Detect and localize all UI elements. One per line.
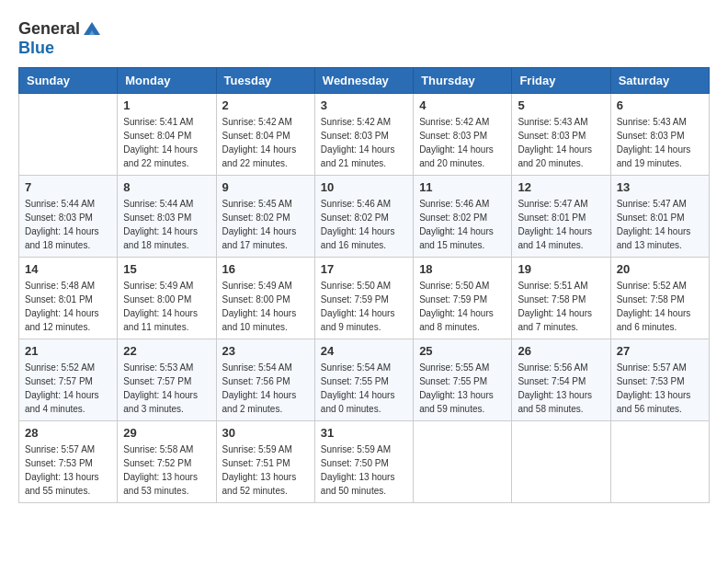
calendar-cell: 19Sunrise: 5:51 AMSunset: 7:58 PMDayligh… [512, 258, 610, 339]
logo-general-text: General [18, 19, 80, 39]
calendar-cell: 17Sunrise: 5:50 AMSunset: 7:59 PMDayligh… [314, 258, 413, 339]
calendar-day-header: Thursday [414, 68, 512, 94]
day-info: Sunrise: 5:44 AMSunset: 8:03 PMDaylight:… [123, 197, 210, 252]
calendar-week-row: 1Sunrise: 5:41 AMSunset: 8:04 PMDaylight… [19, 94, 710, 176]
day-info: Sunrise: 5:46 AMSunset: 8:02 PMDaylight:… [321, 197, 407, 252]
calendar-day-header: Friday [512, 68, 610, 94]
day-info: Sunrise: 5:47 AMSunset: 8:01 PMDaylight:… [617, 197, 703, 252]
logo-blue-text: Blue [18, 39, 54, 58]
calendar-cell: 6Sunrise: 5:43 AMSunset: 8:03 PMDaylight… [610, 94, 709, 176]
day-number: 25 [419, 344, 506, 358]
calendar-day-header: Sunday [19, 68, 118, 94]
calendar-cell: 10Sunrise: 5:46 AMSunset: 8:02 PMDayligh… [314, 176, 413, 258]
day-number: 10 [321, 180, 407, 194]
day-info: Sunrise: 5:52 AMSunset: 7:58 PMDaylight:… [617, 279, 703, 334]
calendar-cell: 18Sunrise: 5:50 AMSunset: 7:59 PMDayligh… [414, 258, 512, 339]
calendar-cell: 21Sunrise: 5:52 AMSunset: 7:57 PMDayligh… [19, 339, 118, 421]
day-number: 3 [321, 98, 407, 112]
day-info: Sunrise: 5:54 AMSunset: 7:55 PMDaylight:… [321, 361, 407, 416]
calendar-cell [19, 94, 118, 176]
day-number: 11 [419, 180, 506, 194]
calendar-cell: 12Sunrise: 5:47 AMSunset: 8:01 PMDayligh… [512, 176, 610, 258]
calendar-cell: 23Sunrise: 5:54 AMSunset: 7:56 PMDayligh… [216, 339, 314, 421]
day-info: Sunrise: 5:59 AMSunset: 7:51 PMDaylight:… [222, 442, 309, 498]
calendar-cell: 25Sunrise: 5:55 AMSunset: 7:55 PMDayligh… [414, 339, 512, 421]
calendar-week-row: 7Sunrise: 5:44 AMSunset: 8:03 PMDaylight… [19, 176, 710, 258]
day-info: Sunrise: 5:50 AMSunset: 7:59 PMDaylight:… [321, 279, 407, 334]
calendar-cell: 26Sunrise: 5:56 AMSunset: 7:54 PMDayligh… [512, 339, 610, 421]
day-info: Sunrise: 5:42 AMSunset: 8:03 PMDaylight:… [321, 115, 407, 170]
day-number: 15 [123, 262, 210, 276]
day-number: 26 [518, 344, 604, 358]
calendar-cell: 4Sunrise: 5:42 AMSunset: 8:03 PMDaylight… [414, 94, 512, 176]
logo-icon [82, 18, 102, 39]
day-number: 29 [123, 426, 210, 440]
calendar-cell: 20Sunrise: 5:52 AMSunset: 7:58 PMDayligh… [610, 258, 709, 339]
calendar-cell: 9Sunrise: 5:45 AMSunset: 8:02 PMDaylight… [216, 176, 314, 258]
day-number: 22 [123, 344, 210, 358]
calendar-cell: 30Sunrise: 5:59 AMSunset: 7:51 PMDayligh… [216, 421, 314, 503]
day-number: 21 [25, 344, 111, 358]
day-number: 7 [25, 180, 111, 194]
day-info: Sunrise: 5:49 AMSunset: 8:00 PMDaylight:… [222, 279, 309, 334]
calendar-cell: 15Sunrise: 5:49 AMSunset: 8:00 PMDayligh… [118, 258, 216, 339]
calendar-cell: 13Sunrise: 5:47 AMSunset: 8:01 PMDayligh… [610, 176, 709, 258]
day-info: Sunrise: 5:59 AMSunset: 7:50 PMDaylight:… [321, 442, 407, 498]
day-number: 12 [518, 180, 604, 194]
day-number: 18 [419, 262, 506, 276]
calendar-cell: 27Sunrise: 5:57 AMSunset: 7:53 PMDayligh… [610, 339, 709, 421]
calendar-header-row: SundayMondayTuesdayWednesdayThursdayFrid… [19, 68, 710, 94]
day-number: 13 [617, 180, 703, 194]
calendar-day-header: Tuesday [216, 68, 314, 94]
day-info: Sunrise: 5:57 AMSunset: 7:53 PMDaylight:… [25, 442, 111, 498]
day-number: 1 [123, 98, 210, 112]
calendar-cell: 11Sunrise: 5:46 AMSunset: 8:02 PMDayligh… [414, 176, 512, 258]
day-number: 28 [25, 426, 111, 440]
day-number: 17 [321, 262, 407, 276]
header: General Blue [18, 18, 710, 58]
calendar-cell: 5Sunrise: 5:43 AMSunset: 8:03 PMDaylight… [512, 94, 610, 176]
day-number: 30 [222, 426, 309, 440]
day-info: Sunrise: 5:56 AMSunset: 7:54 PMDaylight:… [518, 361, 604, 416]
calendar-day-header: Monday [118, 68, 216, 94]
calendar-table: SundayMondayTuesdayWednesdayThursdayFrid… [18, 67, 710, 503]
calendar-cell [414, 421, 512, 503]
day-number: 8 [123, 180, 210, 194]
day-info: Sunrise: 5:42 AMSunset: 8:04 PMDaylight:… [222, 115, 309, 170]
day-info: Sunrise: 5:50 AMSunset: 7:59 PMDaylight:… [419, 279, 506, 334]
day-number: 9 [222, 180, 309, 194]
calendar-week-row: 28Sunrise: 5:57 AMSunset: 7:53 PMDayligh… [19, 421, 710, 503]
day-info: Sunrise: 5:44 AMSunset: 8:03 PMDaylight:… [25, 197, 111, 252]
day-number: 14 [25, 262, 111, 276]
calendar-cell: 1Sunrise: 5:41 AMSunset: 8:04 PMDaylight… [118, 94, 216, 176]
day-info: Sunrise: 5:55 AMSunset: 7:55 PMDaylight:… [419, 361, 506, 416]
calendar-day-header: Wednesday [314, 68, 413, 94]
calendar-cell [512, 421, 610, 503]
day-number: 31 [321, 426, 407, 440]
day-number: 19 [518, 262, 604, 276]
calendar-cell: 16Sunrise: 5:49 AMSunset: 8:00 PMDayligh… [216, 258, 314, 339]
calendar-week-row: 21Sunrise: 5:52 AMSunset: 7:57 PMDayligh… [19, 339, 710, 421]
calendar-cell: 7Sunrise: 5:44 AMSunset: 8:03 PMDaylight… [19, 176, 118, 258]
day-info: Sunrise: 5:58 AMSunset: 7:52 PMDaylight:… [123, 442, 210, 498]
day-info: Sunrise: 5:52 AMSunset: 7:57 PMDaylight:… [25, 361, 111, 416]
day-info: Sunrise: 5:49 AMSunset: 8:00 PMDaylight:… [123, 279, 210, 334]
day-info: Sunrise: 5:54 AMSunset: 7:56 PMDaylight:… [222, 361, 309, 416]
day-info: Sunrise: 5:53 AMSunset: 7:57 PMDaylight:… [123, 361, 210, 416]
day-number: 16 [222, 262, 309, 276]
day-number: 23 [222, 344, 309, 358]
calendar-cell: 22Sunrise: 5:53 AMSunset: 7:57 PMDayligh… [118, 339, 216, 421]
day-info: Sunrise: 5:46 AMSunset: 8:02 PMDaylight:… [419, 197, 506, 252]
day-number: 5 [518, 98, 604, 112]
day-info: Sunrise: 5:51 AMSunset: 7:58 PMDaylight:… [518, 279, 604, 334]
calendar-cell: 29Sunrise: 5:58 AMSunset: 7:52 PMDayligh… [118, 421, 216, 503]
day-info: Sunrise: 5:48 AMSunset: 8:01 PMDaylight:… [25, 279, 111, 334]
calendar-cell [610, 421, 709, 503]
day-number: 6 [617, 98, 703, 112]
calendar-cell: 24Sunrise: 5:54 AMSunset: 7:55 PMDayligh… [314, 339, 413, 421]
calendar-day-header: Saturday [610, 68, 709, 94]
day-info: Sunrise: 5:47 AMSunset: 8:01 PMDaylight:… [518, 197, 604, 252]
day-number: 2 [222, 98, 309, 112]
calendar-cell: 8Sunrise: 5:44 AMSunset: 8:03 PMDaylight… [118, 176, 216, 258]
day-info: Sunrise: 5:42 AMSunset: 8:03 PMDaylight:… [419, 115, 506, 170]
